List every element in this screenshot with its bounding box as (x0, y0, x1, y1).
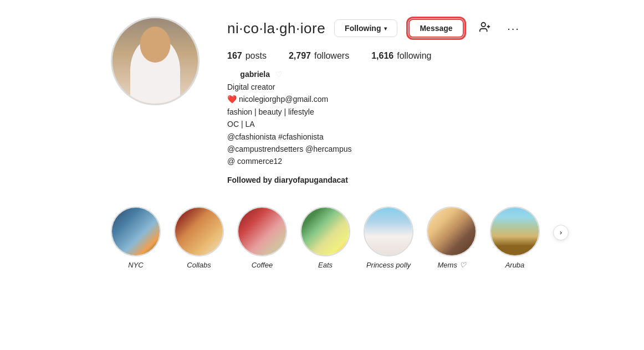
add-user-button[interactable] (475, 18, 495, 38)
highlight-label-nyc: NYC (128, 261, 143, 269)
email-emoji: ❤️ (227, 95, 237, 104)
highlight-circle-nyc (111, 207, 161, 256)
bio-tags1: @cfashionista #cfashionista (227, 131, 611, 143)
following-stat[interactable]: 1,616 following (371, 51, 431, 61)
display-name: ‎ ‎ ‎ ‎ ‎ ‎ gabriela (227, 70, 270, 79)
avatar[interactable] (111, 17, 200, 105)
highlight-circle-mems (427, 207, 477, 256)
profile-info: ni·co·la·gh·iore Following ▾ Message (227, 17, 611, 184)
followers-label: followers (314, 51, 349, 61)
following-button[interactable]: Following ▾ (334, 19, 397, 37)
highlight-label-eats: Eats (318, 261, 333, 269)
display-name-row: ‎ ‎ ‎ ‎ ‎ ‎ gabriela ♡ (227, 70, 611, 79)
posts-label: posts (246, 51, 267, 61)
bio-section: ‎ ‎ ‎ ‎ ‎ ‎ gabriela ♡ Digital creator ❤… (227, 70, 611, 168)
posts-stat[interactable]: 167 posts (227, 51, 267, 61)
bio-tags2: @campustrendsetters @hercampus (227, 143, 611, 155)
highlight-image-nyc (112, 208, 160, 255)
highlight-image-aruba (491, 208, 539, 255)
highlights-next-button[interactable]: › (553, 225, 569, 240)
highlights-wrapper: NYC Collabs Coffee Eats (111, 207, 569, 269)
ellipsis-icon: ··· (507, 22, 520, 35)
more-options-button[interactable]: ··· (504, 18, 524, 38)
highlight-item-nyc[interactable]: NYC (111, 207, 161, 269)
highlight-label-aruba: Aruba (505, 261, 525, 269)
highlight-label-mems: Mems ♡ (438, 261, 466, 269)
following-label: Following (345, 24, 381, 33)
followed-by: Followed by diaryofapugandacat (227, 176, 611, 184)
bio-tags3: @ commerce12 (227, 155, 611, 167)
highlight-item-aruba[interactable]: Aruba (490, 207, 540, 269)
stats-row: 167 posts 2,797 followers 1,616 followin… (227, 51, 611, 61)
highlight-item-mems[interactable]: Mems ♡ (427, 207, 477, 269)
followers-stat[interactable]: 2,797 followers (289, 51, 349, 61)
profile-section: ni·co·la·gh·iore Following ▾ Message (0, 0, 644, 195)
bio-location: OC | LA (227, 118, 611, 130)
highlight-image-collabs (175, 208, 223, 255)
highlight-item-eats[interactable]: Eats (300, 207, 350, 269)
highlight-label-princess: Princess polly (366, 261, 411, 269)
chevron-down-icon: ▾ (384, 25, 387, 32)
email-text: nicolegiorghp@gmail.com (239, 95, 328, 104)
bio-title: Digital creator (227, 81, 611, 93)
svg-point-0 (481, 22, 485, 26)
highlight-circle-aruba (490, 207, 540, 256)
add-user-icon (479, 21, 491, 36)
profile-header: ni·co·la·gh·iore Following ▾ Message (227, 17, 611, 40)
following-label: following (397, 51, 431, 61)
highlight-circle-princess (364, 207, 413, 256)
highlights-section: NYC Collabs Coffee Eats (0, 195, 644, 280)
username: ni·co·la·gh·iore (227, 20, 325, 37)
highlight-label-coffee: Coffee (252, 261, 273, 269)
highlight-label-collabs: Collabs (187, 261, 211, 269)
posts-count: 167 (227, 51, 242, 61)
avatar-wrapper (111, 17, 200, 184)
highlight-circle-eats (300, 207, 350, 256)
message-button[interactable]: Message (408, 19, 463, 38)
followed-by-label: Followed by (227, 176, 272, 184)
highlight-image-mems (428, 208, 476, 255)
followed-by-user[interactable]: diaryofapugandacat (274, 176, 348, 184)
chevron-right-icon: › (560, 229, 562, 236)
avatar-image (113, 18, 198, 104)
highlight-item-coffee[interactable]: Coffee (237, 207, 287, 269)
highlight-image-coffee (238, 208, 286, 255)
highlight-circle-coffee (237, 207, 287, 256)
bio-email: ❤️ nicolegiorghp@gmail.com (227, 93, 611, 105)
heart-icon: ♡ (275, 70, 283, 79)
highlight-circle-collabs (174, 207, 224, 256)
highlight-item-princess[interactable]: Princess polly (364, 207, 413, 269)
bio-niche: fashion | beauty | lifestyle (227, 106, 611, 118)
following-count: 1,616 (371, 51, 393, 61)
followers-count: 2,797 (289, 51, 311, 61)
highlight-image-eats (301, 208, 349, 255)
message-button-highlight: Message (406, 17, 466, 40)
highlight-item-collabs[interactable]: Collabs (174, 207, 224, 269)
highlight-image-princess (365, 208, 412, 255)
